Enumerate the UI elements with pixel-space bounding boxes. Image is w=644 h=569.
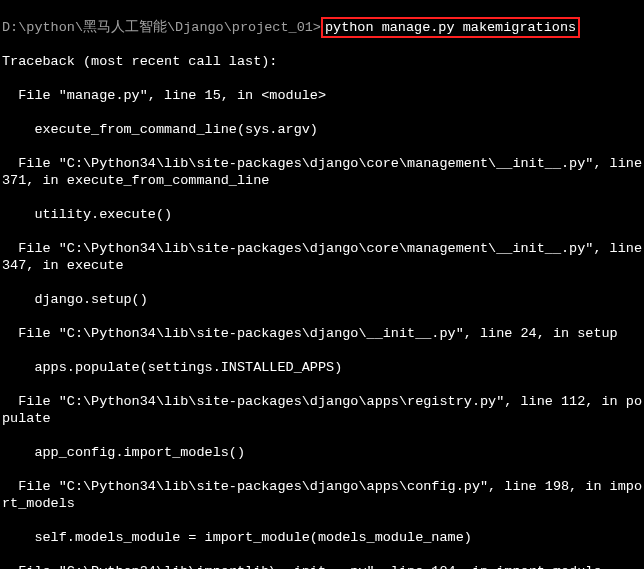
trace-line: File "C:\Python34\lib\site-packages\djan… bbox=[2, 325, 642, 342]
trace-line: apps.populate(settings.INSTALLED_APPS) bbox=[2, 359, 642, 376]
prompt-line: D:\python\黑马人工智能\Django\project_01>pytho… bbox=[2, 19, 642, 36]
trace-line: File "C:\Python34\lib\site-packages\djan… bbox=[2, 393, 642, 427]
trace-line: app_config.import_models() bbox=[2, 444, 642, 461]
command-highlight-box: python manage.py makemigrations bbox=[321, 17, 580, 38]
trace-line: django.setup() bbox=[2, 291, 642, 308]
trace-line: self.models_module = import_module(model… bbox=[2, 529, 642, 546]
trace-line: File "C:\Python34\lib\site-packages\djan… bbox=[2, 155, 642, 189]
trace-line: File "manage.py", line 15, in <module> bbox=[2, 87, 642, 104]
terminal-output: D:\python\黑马人工智能\Django\project_01>pytho… bbox=[0, 0, 644, 569]
trace-line: File "C:\Python34\lib\site-packages\djan… bbox=[2, 478, 642, 512]
prompt-path: D:\python\黑马人工智能\Django\project_01> bbox=[2, 20, 321, 35]
trace-line: execute_from_command_line(sys.argv) bbox=[2, 121, 642, 138]
command-text: python manage.py makemigrations bbox=[325, 20, 576, 35]
trace-line: utility.execute() bbox=[2, 206, 642, 223]
trace-line: File "C:\Python34\lib\site-packages\djan… bbox=[2, 240, 642, 274]
trace-line: File "C:\Python34\lib\importlib\__init__… bbox=[2, 563, 642, 569]
trace-line: Traceback (most recent call last): bbox=[2, 53, 642, 70]
